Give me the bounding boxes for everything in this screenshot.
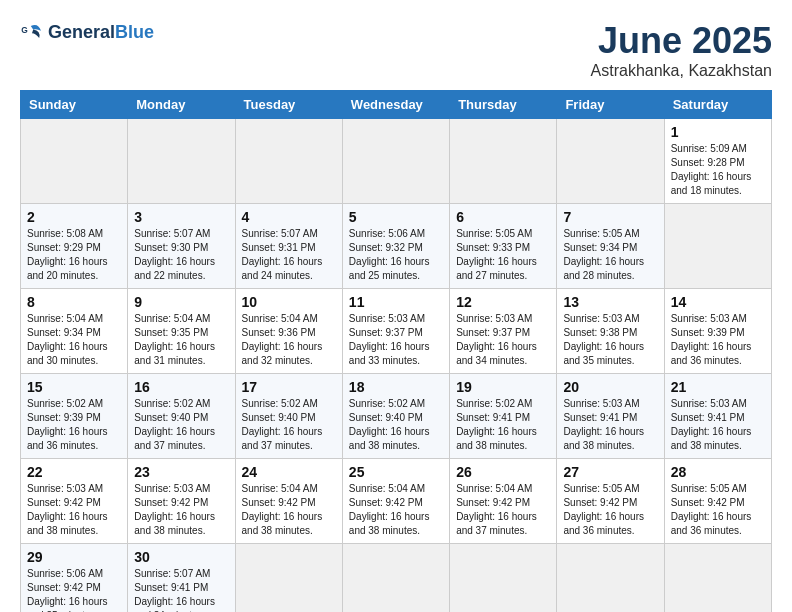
table-row: 13Sunrise: 5:03 AMSunset: 9:38 PMDayligh… [557,289,664,374]
table-row: 4Sunrise: 5:07 AMSunset: 9:31 PMDaylight… [235,204,342,289]
table-row: 10Sunrise: 5:04 AMSunset: 9:36 PMDayligh… [235,289,342,374]
table-row: 16Sunrise: 5:02 AMSunset: 9:40 PMDayligh… [128,374,235,459]
table-row: 11Sunrise: 5:03 AMSunset: 9:37 PMDayligh… [342,289,449,374]
table-row: 25Sunrise: 5:04 AMSunset: 9:42 PMDayligh… [342,459,449,544]
header: G GeneralBlue June 2025 Astrakhanka, Kaz… [20,20,772,80]
header-sunday: Sunday [21,91,128,119]
table-row: 1Sunrise: 5:09 AMSunset: 9:28 PMDaylight… [664,119,771,204]
table-row [557,119,664,204]
table-row: 23Sunrise: 5:03 AMSunset: 9:42 PMDayligh… [128,459,235,544]
week-row: 8Sunrise: 5:04 AMSunset: 9:34 PMDaylight… [21,289,772,374]
table-row: 2Sunrise: 5:08 AMSunset: 9:29 PMDaylight… [21,204,128,289]
table-row: 19Sunrise: 5:02 AMSunset: 9:41 PMDayligh… [450,374,557,459]
logo: G GeneralBlue [20,20,154,44]
header-monday: Monday [128,91,235,119]
table-row: 5Sunrise: 5:06 AMSunset: 9:32 PMDaylight… [342,204,449,289]
header-friday: Friday [557,91,664,119]
table-row [128,119,235,204]
table-row: 21Sunrise: 5:03 AMSunset: 9:41 PMDayligh… [664,374,771,459]
table-row: 27Sunrise: 5:05 AMSunset: 9:42 PMDayligh… [557,459,664,544]
logo-icon: G [20,20,44,44]
title-block: June 2025 Astrakhanka, Kazakhstan [591,20,772,80]
table-row: 20Sunrise: 5:03 AMSunset: 9:41 PMDayligh… [557,374,664,459]
table-row [450,119,557,204]
table-row: 28Sunrise: 5:05 AMSunset: 9:42 PMDayligh… [664,459,771,544]
week-row: 29Sunrise: 5:06 AMSunset: 9:42 PMDayligh… [21,544,772,613]
location-title: Astrakhanka, Kazakhstan [591,62,772,80]
table-row [342,544,449,613]
table-row: 26Sunrise: 5:04 AMSunset: 9:42 PMDayligh… [450,459,557,544]
table-row [342,119,449,204]
svg-text:G: G [21,25,28,35]
table-row: 30Sunrise: 5:07 AMSunset: 9:41 PMDayligh… [128,544,235,613]
table-row: 9Sunrise: 5:04 AMSunset: 9:35 PMDaylight… [128,289,235,374]
table-row [235,119,342,204]
table-row [235,544,342,613]
weekday-header-row: Sunday Monday Tuesday Wednesday Thursday… [21,91,772,119]
week-row: 2Sunrise: 5:08 AMSunset: 9:29 PMDaylight… [21,204,772,289]
logo-wordmark: GeneralBlue [48,22,154,43]
logo-text-general: General [48,22,115,42]
table-row [450,544,557,613]
table-row [557,544,664,613]
table-row: 22Sunrise: 5:03 AMSunset: 9:42 PMDayligh… [21,459,128,544]
table-row: 8Sunrise: 5:04 AMSunset: 9:34 PMDaylight… [21,289,128,374]
table-row: 24Sunrise: 5:04 AMSunset: 9:42 PMDayligh… [235,459,342,544]
week-row: 1Sunrise: 5:09 AMSunset: 9:28 PMDaylight… [21,119,772,204]
table-row: 17Sunrise: 5:02 AMSunset: 9:40 PMDayligh… [235,374,342,459]
table-row: 18Sunrise: 5:02 AMSunset: 9:40 PMDayligh… [342,374,449,459]
table-row: 6Sunrise: 5:05 AMSunset: 9:33 PMDaylight… [450,204,557,289]
header-tuesday: Tuesday [235,91,342,119]
table-row: 14Sunrise: 5:03 AMSunset: 9:39 PMDayligh… [664,289,771,374]
table-row: 7Sunrise: 5:05 AMSunset: 9:34 PMDaylight… [557,204,664,289]
table-row: 3Sunrise: 5:07 AMSunset: 9:30 PMDaylight… [128,204,235,289]
week-row: 15Sunrise: 5:02 AMSunset: 9:39 PMDayligh… [21,374,772,459]
table-row: 15Sunrise: 5:02 AMSunset: 9:39 PMDayligh… [21,374,128,459]
week-row: 22Sunrise: 5:03 AMSunset: 9:42 PMDayligh… [21,459,772,544]
calendar-table: Sunday Monday Tuesday Wednesday Thursday… [20,90,772,612]
table-row [21,119,128,204]
month-title: June 2025 [591,20,772,62]
table-row: 29Sunrise: 5:06 AMSunset: 9:42 PMDayligh… [21,544,128,613]
table-row: 12Sunrise: 5:03 AMSunset: 9:37 PMDayligh… [450,289,557,374]
header-wednesday: Wednesday [342,91,449,119]
table-row [664,204,771,289]
header-saturday: Saturday [664,91,771,119]
header-thursday: Thursday [450,91,557,119]
table-row [664,544,771,613]
logo-text-blue: Blue [115,22,154,42]
